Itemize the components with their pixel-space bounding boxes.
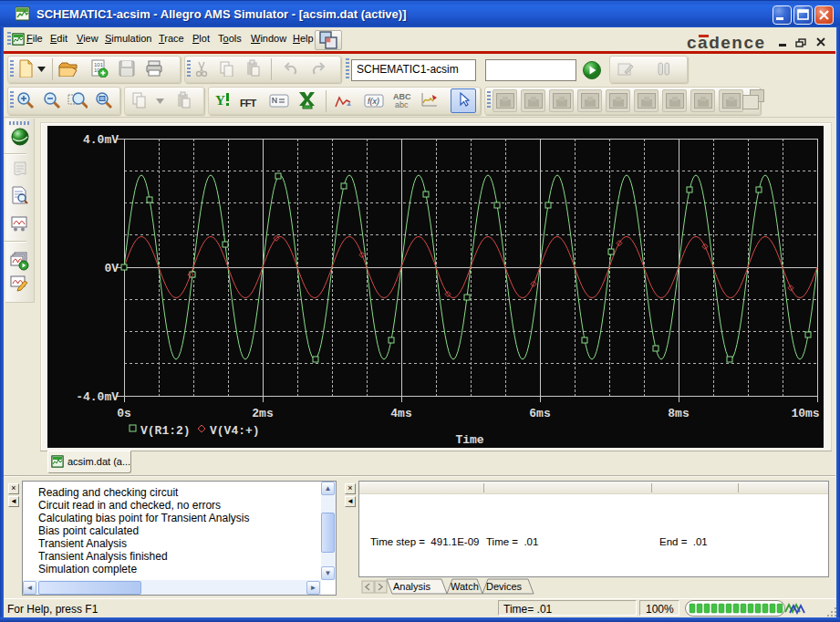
svg-text:Analysis: Analysis	[393, 581, 430, 592]
svg-text:10ms: 10ms	[791, 407, 819, 420]
svg-text:8ms: 8ms	[668, 407, 690, 420]
svg-text:0s: 0s	[117, 407, 131, 420]
svg-text:Watch: Watch	[451, 581, 479, 592]
svg-text:FFT: FFT	[240, 98, 256, 109]
svg-text:Time: Time	[455, 433, 483, 447]
svg-text:abc: abc	[395, 100, 409, 109]
svg-text:-4.0mV: -4.0mV	[76, 390, 119, 404]
svg-text:Y: Y	[215, 93, 225, 108]
svg-text:Devices: Devices	[486, 581, 523, 592]
svg-text:f(x): f(x)	[368, 97, 379, 106]
svg-text:V(V4:+): V(V4:+)	[210, 424, 260, 438]
svg-text:0V: 0V	[104, 262, 119, 275]
svg-text:2ms: 2ms	[252, 407, 274, 420]
svg-text:4ms: 4ms	[390, 407, 412, 420]
svg-text:6ms: 6ms	[529, 407, 551, 420]
svg-text:V(R1:2): V(R1:2)	[140, 424, 191, 438]
svg-text:4.0mV: 4.0mV	[83, 133, 119, 147]
